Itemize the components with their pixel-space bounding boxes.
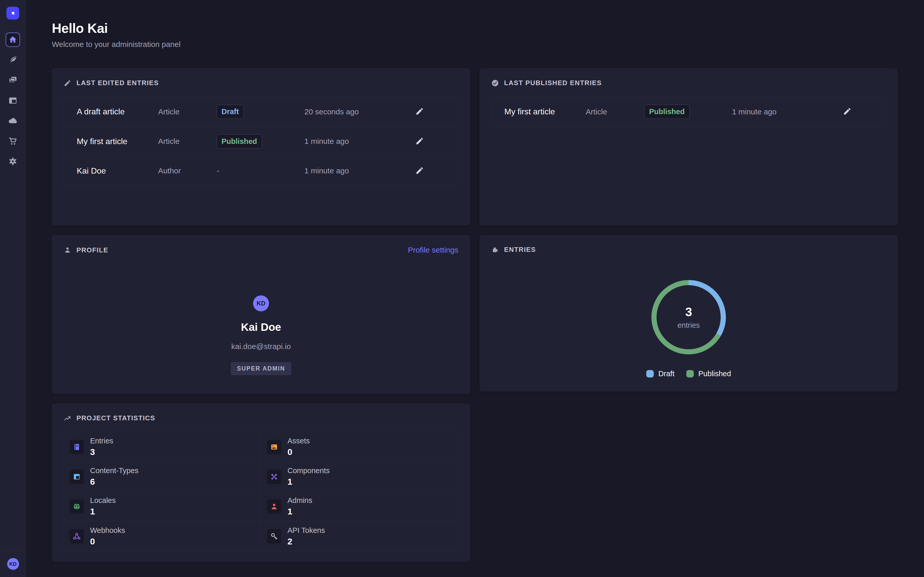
entry-type: Article (586, 108, 644, 116)
media-library-icon (8, 76, 18, 85)
entries-count: 3 (685, 305, 692, 319)
profile-email: kai.doe@strapi.io (64, 342, 459, 351)
pencil-icon (415, 137, 424, 145)
status-badge: Published (216, 134, 262, 148)
entry-type: Author (158, 166, 216, 175)
stat-item-admins: Admins 1 (261, 492, 458, 521)
layout-icon (8, 96, 18, 105)
stat-item-webhooks: Webhooks 0 (64, 521, 261, 551)
sidebar-item-content-manager[interactable] (6, 53, 20, 67)
layout-icon (69, 469, 84, 484)
entry-time: 1 minute ago (304, 137, 415, 146)
strapi-logo[interactable] (6, 6, 19, 19)
edit-entry-button[interactable] (415, 136, 425, 147)
user-avatar[interactable]: KD (7, 558, 19, 570)
table-row: My first article Article Published 1 min… (491, 97, 886, 126)
stat-item-locales: Locales 1 (64, 492, 261, 521)
page-title: Hello Kai (52, 21, 898, 36)
panel-title: LAST PUBLISHED ENTRIES (504, 79, 602, 87)
sidebar-item-marketplace[interactable] (6, 134, 20, 148)
puzzle-icon (267, 469, 281, 484)
entry-time: 1 minute ago (304, 166, 415, 175)
main-content: Hello Kai Welcome to your administration… (26, 0, 924, 577)
entries-count-label: entries (677, 321, 699, 330)
edit-entry-button[interactable] (842, 107, 852, 117)
last-published-table: My first article Article Published 1 min… (491, 97, 886, 127)
sidebar-item-deploy[interactable] (6, 114, 20, 128)
cloud-icon (8, 116, 18, 126)
stat-item-assets: Assets 0 (261, 432, 458, 462)
person-icon (64, 246, 71, 254)
stat-item-entries: Entries 3 (64, 432, 261, 462)
main-navigation (6, 32, 20, 174)
sidebar-item-content-type-builder[interactable] (6, 93, 20, 108)
status-badge: Published (644, 105, 690, 119)
published-color-swatch (687, 370, 694, 377)
last-published-entries-panel: LAST PUBLISHED ENTRIES My first article … (480, 68, 898, 226)
page-subtitle: Welcome to your administration panel (52, 40, 898, 49)
sidebar-item-home[interactable] (6, 32, 20, 47)
table-row: A draft article Article Draft 20 seconds… (64, 97, 458, 126)
profile-name: Kai Doe (64, 321, 459, 334)
panel-header: LAST EDITED ENTRIES (64, 68, 459, 87)
status-badge: Draft (216, 105, 244, 119)
trending-up-icon (64, 414, 71, 422)
sidebar: KD (0, 0, 26, 577)
book-icon (69, 440, 84, 454)
sidebar-item-settings[interactable] (6, 154, 20, 169)
image-icon (267, 440, 281, 454)
webhooks-icon (69, 529, 84, 543)
edit-entry-button[interactable] (415, 107, 425, 117)
entries-donut-chart: 3 entries (650, 279, 727, 356)
pencil-icon (843, 107, 851, 116)
pencil-icon (64, 79, 71, 87)
entry-name: A draft article (77, 107, 158, 116)
entry-type: Article (158, 108, 216, 116)
stat-item-components: Components 1 (261, 462, 458, 492)
entry-name: My first article (77, 137, 158, 146)
panel-header: PROJECT STATISTICS (64, 403, 459, 422)
profile-panel: PROFILE Profile settings KD Kai Doe kai.… (52, 235, 470, 394)
profile-avatar[interactable]: KD (253, 295, 269, 311)
panel-header: PROFILE Profile settings (64, 235, 459, 255)
sidebar-item-media-library[interactable] (6, 73, 20, 87)
entry-type: Article (158, 137, 216, 146)
sidebar-footer: KD (0, 551, 26, 577)
home-icon (8, 35, 18, 45)
profile-body: KD Kai Doe kai.doe@strapi.io SUPER ADMIN (64, 295, 459, 375)
puzzle-cluster-icon (491, 246, 499, 254)
panel-header: LAST PUBLISHED ENTRIES (491, 68, 886, 87)
globe-icon (69, 499, 84, 514)
key-icon (267, 529, 281, 543)
donut-center-label: 3 entries (650, 279, 727, 356)
entry-time: 1 minute ago (732, 108, 842, 116)
panel-title: PROJECT STATISTICS (76, 414, 155, 422)
table-row: My first article Article Published 1 min… (64, 126, 458, 156)
person-icon (267, 499, 281, 514)
edit-entry-button[interactable] (415, 166, 425, 176)
stat-item-api-tokens: API Tokens 2 (261, 521, 458, 551)
panel-title: PROFILE (76, 246, 108, 254)
table-row: Kai Doe Author - 1 minute ago (64, 156, 458, 185)
profile-settings-link[interactable]: Profile settings (408, 246, 459, 255)
draft-color-swatch (646, 370, 654, 377)
entry-name: Kai Doe (77, 166, 158, 176)
panel-header: ENTRIES (491, 235, 886, 254)
strapi-logo-icon (9, 9, 17, 17)
pencil-icon (415, 166, 424, 175)
last-edited-table: A draft article Article Draft 20 seconds… (64, 97, 459, 186)
feather-icon (8, 55, 18, 65)
legend-item-published: Published (687, 369, 731, 378)
panel-title: ENTRIES (504, 246, 536, 254)
entry-name: My first article (504, 107, 586, 116)
pencil-icon (415, 107, 424, 116)
cart-icon (8, 136, 18, 146)
entries-panel: ENTRIES 3 entries Draft P (480, 235, 898, 391)
role-badge: SUPER ADMIN (231, 362, 291, 375)
check-circle-icon (491, 79, 499, 87)
legend-item-draft: Draft (646, 369, 675, 378)
project-statistics-panel: PROJECT STATISTICS Entries 3 (52, 403, 470, 562)
chart-legend: Draft Published (491, 369, 886, 378)
last-edited-entries-panel: LAST EDITED ENTRIES A draft article Arti… (52, 68, 470, 226)
panel-title: LAST EDITED ENTRIES (76, 79, 159, 87)
